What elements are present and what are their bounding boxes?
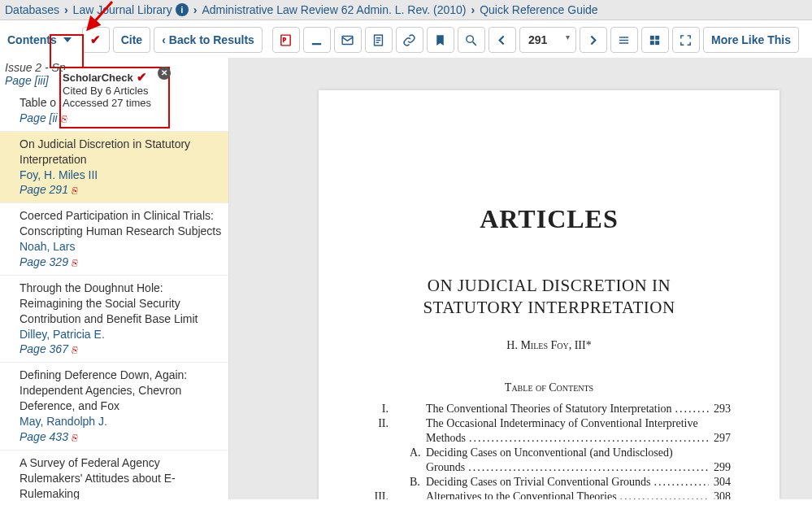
contents-sidebar[interactable]: Issue 2 - Sp Page [iii] Table oPage [ii … (0, 58, 229, 499)
toc-num: II. (367, 417, 397, 430)
breadcrumb-databases[interactable]: Databases (5, 3, 59, 16)
item-author: Noah, Lars (20, 239, 224, 255)
toc-heading: Table of Contents (367, 381, 731, 394)
svg-point-6 (467, 35, 474, 42)
next-page-button[interactable] (580, 27, 607, 53)
toc-sub (397, 403, 426, 416)
pdf-button[interactable] (272, 27, 300, 53)
toc-num (367, 461, 397, 474)
search-button[interactable] (458, 27, 485, 53)
toc-sub (397, 417, 426, 430)
prev-page-button[interactable] (489, 27, 516, 53)
item-title: On Judicial Discretion in Statutory Inte… (20, 137, 224, 168)
toc-sub (397, 461, 426, 474)
item-author: Foy, H. Miles III (20, 168, 224, 183)
item-page[interactable]: Page 433 ⎘ (20, 429, 224, 445)
toc-row: Grounds299 (367, 461, 731, 474)
toc-text: Deciding Cases on Unconventional (and Un… (426, 446, 731, 459)
toc-sub: B. (397, 476, 426, 489)
item-page[interactable]: Page 329 ⎘ (20, 255, 224, 270)
toc-sub: A. (397, 446, 426, 459)
more-like-this-button[interactable]: More Like This (703, 27, 799, 53)
toc-num: III. (367, 490, 397, 499)
svg-rect-11 (650, 35, 654, 39)
page-select[interactable]: 291 (519, 27, 576, 53)
svg-rect-12 (656, 35, 660, 39)
breadcrumb-volume[interactable]: Administrative Law Review 62 Admin. L. R… (202, 3, 466, 16)
item-page[interactable]: Page 291 ⎘ (20, 182, 224, 198)
grid-view-button[interactable] (641, 27, 669, 53)
toc-text: The Occasional Indeterminacy of Conventi… (426, 417, 731, 430)
issue-page[interactable]: Page [iii] (5, 74, 49, 87)
scholarcheck-cited: Cited By 6 Articles (63, 85, 167, 97)
svg-rect-14 (656, 41, 660, 45)
toc-page: 297 (709, 432, 731, 445)
page-image: ARTICLES ON JUDICIAL DISCRETION IN STATU… (319, 90, 779, 499)
text-button[interactable] (365, 27, 393, 53)
back-label: Back to Results (169, 33, 254, 46)
close-icon[interactable]: ✕ (158, 67, 171, 80)
toc-text: Grounds (426, 461, 709, 474)
article-title: ON JUDICIAL DISCRETION IN STATUTORY INTE… (367, 275, 731, 320)
issue-label: Issue 2 - Sp (5, 61, 66, 74)
scholarcheck-accessed: Accessed 27 times (63, 97, 167, 109)
toc-row: II.The Occasional Indeterminacy of Conve… (367, 417, 731, 430)
toc-text: The Conventional Theories of Statutory I… (426, 403, 709, 416)
toc-row: III.Alternatives to the Conventional The… (367, 490, 731, 499)
toc-page: 293 (709, 403, 731, 416)
breadcrumb-library[interactable]: Law Journal Library (73, 3, 172, 16)
toc-row: B.Deciding Cases on Trivial Conventional… (367, 476, 731, 489)
sidebar-item[interactable]: A Survey of Federal Agency Rulemakers' A… (0, 451, 228, 499)
email-button[interactable] (334, 27, 362, 53)
toc-num (367, 476, 397, 489)
toc-num: I. (367, 403, 397, 416)
sidebar-item[interactable]: Defining Deference Down, Again: Independ… (0, 363, 228, 450)
title-line: STATUTORY INTERPRETATION (423, 298, 675, 317)
back-to-results-button[interactable]: ‹ Back to Results (154, 27, 263, 53)
bookmark-button[interactable] (427, 27, 454, 53)
pdf-icon: ⎘ (72, 433, 77, 442)
document-viewer[interactable]: ARTICLES ON JUDICIAL DISCRETION IN STATU… (229, 58, 812, 499)
breadcrumb: Databases › Law Journal Library i › Admi… (0, 0, 812, 20)
toc-page: 308 (709, 490, 731, 499)
chevron-left-icon: ‹ (162, 33, 166, 46)
toc-row: A.Deciding Cases on Unconventional (and … (367, 446, 731, 459)
sidebar-item[interactable]: On Judicial Discretion in Statutory Inte… (0, 132, 228, 204)
svg-rect-13 (650, 41, 654, 45)
toolbar: Contents ✔ Cite ‹ Back to Results 291 Mo… (0, 20, 812, 58)
toc-row: Methods297 (367, 432, 731, 445)
permalink-button[interactable] (396, 27, 423, 53)
checkmark-icon: ✔ (90, 33, 101, 47)
download-button[interactable] (303, 27, 331, 53)
scholarcheck-button[interactable]: ✔ (82, 27, 110, 53)
toc-text: Deciding Cases on Trivial Conventional G… (426, 476, 709, 489)
breadcrumb-guide[interactable]: Quick Reference Guide (480, 3, 598, 16)
chevron-right-icon: › (64, 3, 68, 16)
chevron-right-icon: › (193, 3, 198, 16)
toc-row: I.The Conventional Theories of Statutory… (367, 403, 731, 416)
svg-line-7 (473, 41, 476, 45)
section-heading: ARTICLES (367, 204, 731, 234)
pdf-icon: ⎘ (61, 114, 67, 124)
list-view-button[interactable] (610, 27, 638, 53)
info-icon[interactable]: i (176, 3, 189, 16)
toc-num (367, 432, 397, 445)
toc-sub (397, 490, 426, 499)
sidebar-item[interactable]: Through the Doughnut Hole: Reimagining t… (0, 276, 228, 363)
fullscreen-button[interactable] (672, 27, 700, 53)
item-author: Dilley, Patricia E. (20, 327, 224, 342)
toc-text: Methods (426, 432, 709, 445)
sidebar-item[interactable]: Coerced Participation in Clinical Trials… (0, 203, 228, 276)
toc-page: 304 (709, 476, 731, 489)
pdf-icon: ⎘ (72, 345, 77, 355)
item-page[interactable]: Page 367 ⎘ (20, 342, 224, 357)
toc-sub (397, 432, 426, 445)
cite-button[interactable]: Cite (113, 27, 150, 53)
doc-table-of-contents: I.The Conventional Theories of Statutory… (367, 403, 731, 499)
toc-page: 299 (709, 461, 731, 474)
pdf-icon: ⎘ (72, 185, 77, 195)
item-page[interactable]: Page [ii ⎘ (20, 111, 224, 126)
toc-text: Alternatives to the Conventional Theorie… (426, 490, 709, 499)
scholarcheck-popup: ✕ ScholarCheck ✔ Cited By 6 Articles Acc… (63, 70, 167, 109)
chevron-right-icon: › (471, 3, 475, 16)
